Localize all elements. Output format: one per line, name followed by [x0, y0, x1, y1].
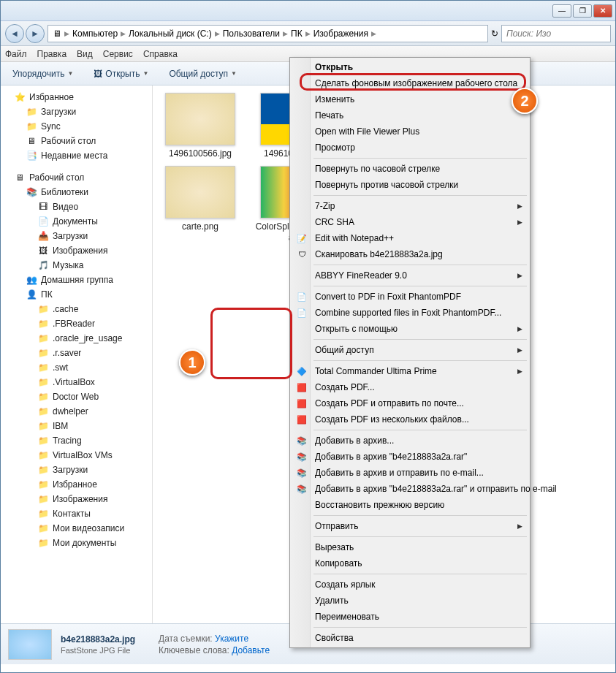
minimize-button[interactable]: — [552, 4, 571, 18]
context-menu-item[interactable]: Изменить [292, 91, 528, 107]
sidebar-desktop-root[interactable]: 🖥Рабочий стол [1, 170, 152, 185]
context-menu-item[interactable]: 🟥Создать PDF... [292, 379, 528, 395]
star-icon: ⭐ [14, 91, 26, 103]
context-menu-item[interactable]: Отправить▶ [292, 518, 528, 534]
context-menu-item[interactable]: Повернуть по часовой стрелке [292, 161, 528, 177]
context-menu-item[interactable]: Сделать фоновым изображением рабочего ст… [292, 75, 528, 91]
sidebar-item-sync[interactable]: 📁Sync [1, 119, 152, 134]
context-menu-item[interactable]: 📝Edit with Notepad++ [292, 230, 528, 246]
close-button[interactable]: ✕ [593, 4, 612, 18]
maximize-button[interactable]: ❐ [573, 4, 592, 18]
context-menu-item[interactable]: Вырезать [292, 539, 528, 555]
share-button[interactable]: Общий доступ▼ [163, 66, 243, 82]
sidebar-item-folder[interactable]: 📁Изображения [1, 492, 152, 506]
context-menu-item[interactable]: 🟥Создать PDF и отправить по почте... [292, 395, 528, 411]
context-menu-item[interactable]: 📚Добавить в архив... [292, 433, 528, 449]
sidebar-item-desktop[interactable]: 🖥Рабочий стол [1, 134, 152, 148]
open-icon: 🖼 [94, 69, 102, 79]
menu-tools[interactable]: Сервис [103, 49, 133, 59]
sidebar-item-folder[interactable]: 📁.VirtualBox [1, 375, 152, 389]
sidebar-user[interactable]: 👤ПК [1, 287, 152, 302]
sidebar-item-folder[interactable]: 📁Tracing [1, 433, 152, 448]
sidebar-item-folder[interactable]: 📁.cache [1, 302, 152, 316]
context-menu-item[interactable]: 📚Добавить в архив "b4e218883a2a.rar" и о… [292, 481, 528, 497]
context-menu-item[interactable]: Общий доступ▶ [292, 342, 528, 358]
sidebar-item-folder[interactable]: 📁Мои видеозаписи [1, 521, 152, 536]
context-menu-item[interactable]: 🛡Сканировать b4e218883a2a.jpg [292, 246, 528, 262]
breadcrumb-item[interactable]: Компьютер [72, 28, 118, 39]
sidebar-favorites[interactable]: ⭐Избранное [1, 90, 152, 104]
sidebar-item-folder[interactable]: 📁IBM [1, 419, 152, 433]
context-menu-item[interactable]: Open with File Viewer Plus [292, 123, 528, 140]
context-menu-item[interactable]: Просмотр [292, 140, 528, 156]
status-keywords-link[interactable]: Добавьте [232, 645, 270, 655]
context-menu-item[interactable]: ABBYY FineReader 9.0▶ [292, 267, 528, 284]
refresh-button[interactable]: ↻ [491, 28, 498, 39]
context-menu-item[interactable]: Переименовать [292, 609, 528, 625]
sidebar-item-folder[interactable]: 📁Мои документы [1, 536, 152, 550]
status-date-link[interactable]: Укажите [215, 634, 248, 644]
context-menu-item[interactable]: 📚Добавить в архив "b4e218883a2a.rar" [292, 449, 528, 465]
nav-back-button[interactable]: ◄ [5, 24, 24, 43]
context-menu-item[interactable]: 🔷Total Commander Ultima Prime▶ [292, 363, 528, 379]
file-item[interactable]: 1496100566.jpg [160, 93, 240, 160]
breadcrumb-item[interactable]: ПК [291, 28, 303, 39]
sidebar-item-downloads[interactable]: 📥Загрузки [1, 229, 152, 243]
sidebar-item-folder[interactable]: 📁dwhelper [1, 404, 152, 419]
context-menu-item[interactable]: Печать [292, 107, 528, 123]
context-menu-item[interactable]: Открыть [292, 59, 528, 75]
folder-icon: 📁 [37, 347, 49, 359]
breadcrumb-item[interactable]: Пользователи [223, 28, 280, 39]
context-menu-item[interactable]: 📚Добавить в архив и отправить по e-mail.… [292, 465, 528, 481]
menu-view[interactable]: Вид [77, 49, 93, 59]
sidebar-item-documents[interactable]: 📄Документы [1, 214, 152, 229]
context-menu-item[interactable]: Восстановить прежнюю версию [292, 497, 528, 513]
context-menu-item[interactable]: 📄Combine supported files in Foxit Phanto… [292, 305, 528, 321]
menu-item-label: CRC SHA [315, 217, 354, 227]
sidebar-libraries[interactable]: 📚Библиотеки [1, 185, 152, 199]
breadcrumb-item[interactable]: Изображения [313, 28, 368, 39]
menu-item-label: ABBYY FineReader 9.0 [315, 270, 407, 281]
sidebar-item-folder[interactable]: 📁Загрузки [1, 463, 152, 477]
menu-edit[interactable]: Правка [37, 49, 67, 59]
context-menu-item[interactable]: 7-Zip▶ [292, 198, 528, 214]
menu-item-icon: 🟥 [296, 381, 308, 393]
context-menu-item[interactable]: Копировать [292, 555, 528, 571]
sidebar-item-folder[interactable]: 📁.r.saver [1, 346, 152, 360]
sidebar-homegroup[interactable]: 👥Домашняя группа [1, 273, 152, 287]
folder-icon: 📁 [37, 449, 49, 461]
sidebar-item-recent[interactable]: 📑Недавние места [1, 148, 152, 163]
open-button[interactable]: 🖼Открыть▼ [88, 66, 154, 82]
sidebar-item-music[interactable]: 🎵Музыка [1, 258, 152, 273]
sidebar-item-folder[interactable]: 📁.swt [1, 360, 152, 375]
file-item[interactable]: carte.png [160, 166, 240, 243]
context-menu-item[interactable]: 🟥Создать PDF из нескольких файлов... [292, 411, 528, 427]
menu-item-label: Создать PDF... [315, 382, 375, 392]
sidebar-item-folder[interactable]: 📁Избранное [1, 477, 152, 492]
sidebar-item-folder[interactable]: 📁.oracle_jre_usage [1, 331, 152, 346]
sidebar-item-folder[interactable]: 📁VirtualBox VMs [1, 448, 152, 463]
breadcrumb-item[interactable]: Локальный диск (C:) [129, 28, 212, 39]
status-thumbnail [8, 629, 52, 660]
menu-help[interactable]: Справка [143, 49, 178, 59]
sidebar-item-folder[interactable]: 📁Контакты [1, 506, 152, 521]
context-menu-item[interactable]: 📄Convert to PDF in Foxit PhantomPDF [292, 289, 528, 305]
sidebar-item-video[interactable]: 🎞Видео [1, 199, 152, 214]
context-menu-item[interactable]: Создать ярлык [292, 577, 528, 593]
sidebar-item-folder[interactable]: 📁.FBReader [1, 316, 152, 331]
breadcrumb[interactable]: 🖥 ▶ Компьютер ▶ Локальный диск (C:) ▶ По… [47, 25, 488, 42]
sidebar-item-images[interactable]: 🖼Изображения [1, 243, 152, 258]
sidebar-item-downloads[interactable]: 📁Загрузки [1, 104, 152, 119]
context-menu-item[interactable]: Открыть с помощью▶ [292, 321, 528, 337]
chevron-right-icon: ▶ [283, 30, 288, 37]
context-menu-item[interactable]: Повернуть против часовой стрелки [292, 177, 528, 193]
context-menu-item[interactable]: CRC SHA▶ [292, 214, 528, 230]
search-input[interactable] [501, 25, 611, 42]
context-menu-item[interactable]: Свойства [292, 630, 528, 646]
menu-file[interactable]: Файл [5, 49, 27, 59]
menu-item-icon: 🟥 [296, 414, 308, 425]
nav-forward-button[interactable]: ► [26, 24, 45, 43]
organize-button[interactable]: Упорядочить▼ [7, 66, 79, 82]
sidebar-item-folder[interactable]: 📁Doctor Web [1, 389, 152, 404]
context-menu-item[interactable]: Удалить [292, 593, 528, 609]
